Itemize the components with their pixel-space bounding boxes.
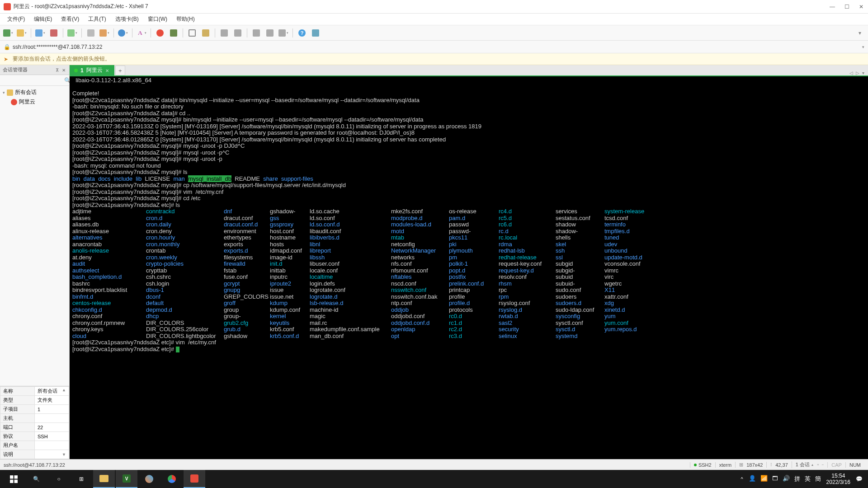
svg-rect-0 [10, 475, 13, 479]
menu-help[interactable]: 帮助(H) [173, 14, 198, 24]
prop-row: 说明▼ [0, 450, 69, 459]
new-tab-button[interactable]: + [115, 66, 125, 75]
explorer-button[interactable] [93, 470, 115, 488]
prop-row: 子项目1 [0, 405, 69, 414]
feedback-button[interactable] [310, 28, 321, 38]
start-button[interactable] [3, 470, 24, 488]
tool-c-button[interactable] [251, 28, 262, 38]
find-button[interactable] [99, 28, 110, 38]
toolbar: A ? ▾ [0, 25, 868, 41]
tab-prev-button[interactable]: ◁ [849, 70, 853, 75]
tab-num: 1 [80, 67, 84, 74]
menu-tools[interactable]: 工具(T) [85, 14, 109, 24]
ime-icon-3[interactable]: 簡 [815, 475, 821, 483]
lock-button[interactable] [200, 28, 211, 38]
tray-icon[interactable]: 👤 [749, 475, 756, 483]
session-manager-panel: 会话管理器 ⊼ ✕ 🔍 ▾ 所有会话 阿里云 名称所有会话▲类型文件夹子项目1主… [0, 65, 70, 459]
xshell-button[interactable] [184, 470, 205, 488]
menu-view[interactable]: 查看(V) [57, 14, 83, 24]
ssh-indicator-icon [694, 464, 697, 466]
tool-b-button[interactable] [232, 28, 243, 38]
expand-icon[interactable]: ▾ [3, 90, 5, 95]
menu-file[interactable]: 文件(F) [4, 14, 28, 24]
reconnect-button[interactable] [35, 28, 46, 38]
panel-header: 会话管理器 ⊼ ✕ [0, 65, 69, 75]
menu-window[interactable]: 窗口(W) [144, 14, 171, 24]
address-bar: 🔒 ssh://root:**********@47.108.77.13:22 … [0, 41, 868, 53]
tool-d-button[interactable] [264, 28, 275, 38]
prop-value [35, 414, 69, 423]
prop-row: 主机 [0, 414, 69, 423]
tab-list-button[interactable]: ▾ [862, 70, 864, 75]
tree-root[interactable]: ▾ 所有会话 [3, 88, 66, 97]
copy-button[interactable] [67, 28, 78, 38]
separator [113, 28, 114, 38]
battery-icon[interactable]: 🗔 [772, 475, 778, 483]
session-icon [11, 99, 17, 105]
terminal[interactable]: libaio-0.3.112-1.2.al8.x86_64 Complete![… [70, 76, 868, 459]
volume-icon[interactable]: 🔊 [783, 475, 790, 483]
menu-edit[interactable]: 编辑(E) [30, 14, 56, 24]
toolbar-menu-button[interactable]: ▾ [854, 28, 865, 38]
new-session-button[interactable] [3, 28, 14, 38]
tab-strip: 1 阿里云 ✕ + ◁ ▷ ▾ [70, 65, 868, 76]
session-search: 🔍 [0, 75, 69, 86]
title-bar: 阿里云 - root@iZ2vca1psasnivy7nddsdaZ:/etc … [0, 0, 868, 14]
status-sessions: 1 会话 ▴+− [792, 461, 828, 468]
wifi-icon[interactable]: 📶 [760, 475, 768, 483]
tool-button[interactable] [168, 28, 179, 38]
separator [132, 28, 132, 38]
menu-tabs[interactable]: 选项卡(B) [112, 14, 142, 24]
clock[interactable]: 15:54 2022/3/16 [826, 473, 850, 485]
status-term: xterm [715, 462, 736, 468]
svg-rect-3 [14, 479, 17, 483]
prop-value: 1 [35, 405, 69, 414]
script-button[interactable] [155, 28, 165, 38]
prop-row: 名称所有会话▲ [0, 387, 69, 396]
font-button[interactable]: A [136, 28, 147, 38]
window-title: 阿里云 - root@iZ2vca1psasnivy7nddsdaZ:/etc … [14, 3, 829, 10]
addr-menu-button[interactable]: ▾ [862, 45, 864, 49]
minimize-button[interactable]: — [829, 4, 835, 10]
hint-bar: ➤ 要添加当前会话，点击左侧的箭头按钮。 [0, 53, 868, 65]
prop-value [35, 441, 69, 450]
taskview-button[interactable]: ⊞ [71, 470, 92, 488]
status-bar: ssh://root@47.108.77.13:22 SSH2 xterm ⊞1… [0, 459, 868, 470]
pin-icon[interactable]: ⊼ [56, 68, 60, 72]
maximize-button[interactable]: ☐ [844, 4, 850, 10]
tool-a-button[interactable] [219, 28, 230, 38]
status-size: ⊞187x42 [735, 462, 766, 468]
search-button[interactable]: 🔍 [25, 470, 47, 488]
ime-icon-2[interactable]: 英 [805, 475, 811, 483]
tab-name: 阿里云 [86, 66, 103, 74]
search-input[interactable] [2, 78, 64, 83]
tab-close-icon[interactable]: ✕ [105, 68, 110, 73]
windows-taskbar: 🔍 ○ ⊞ V ^ 👤 📶 🗔 🔊 拼 英 簡 15:54 2022/3/16 … [0, 470, 868, 488]
vim-button[interactable]: V [116, 470, 137, 488]
paste-button[interactable] [85, 28, 96, 38]
help-button[interactable]: ? [297, 28, 307, 38]
ime-icon-1[interactable]: 拼 [794, 475, 800, 483]
tool-e-button[interactable] [278, 28, 289, 38]
tab-next-button[interactable]: ▷ [856, 70, 859, 75]
tree-item[interactable]: 阿里云 [3, 97, 66, 107]
chrome-button[interactable] [161, 470, 183, 488]
fullscreen-button[interactable] [187, 28, 198, 38]
disconnect-button[interactable] [48, 28, 59, 38]
globe-button[interactable] [118, 28, 128, 38]
item-label: 阿里云 [19, 98, 35, 106]
app-button[interactable] [138, 470, 160, 488]
tab-active[interactable]: 1 阿里云 ✕ [70, 65, 114, 75]
prop-value: SSH [35, 432, 69, 441]
prop-key: 说明 [0, 450, 35, 459]
tab-nav: ◁ ▷ ▾ [849, 70, 868, 75]
address-text[interactable]: ssh://root:**********@47.108.77.13:22 [13, 44, 102, 50]
cortana-button[interactable]: ○ [48, 470, 70, 488]
open-button[interactable] [16, 28, 27, 38]
status-position: ⁝42,37 [766, 462, 792, 468]
close-button[interactable]: ✕ [858, 4, 864, 10]
notifications-icon[interactable]: 💬 [856, 476, 863, 482]
tray-expand-icon[interactable]: ^ [741, 476, 743, 482]
prop-value: ▼ [35, 450, 69, 459]
panel-close-icon[interactable]: ✕ [62, 68, 66, 72]
